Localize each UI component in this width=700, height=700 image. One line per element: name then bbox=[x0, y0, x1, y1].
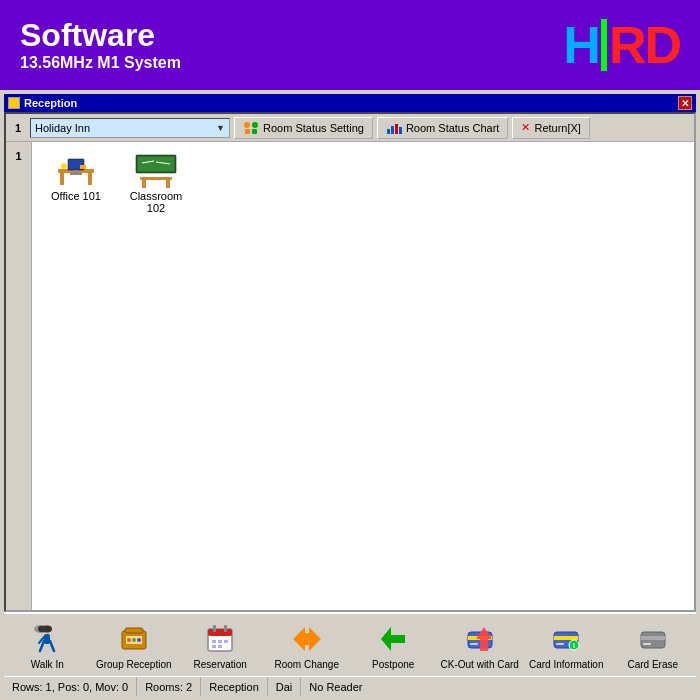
svg-rect-22 bbox=[166, 180, 170, 188]
svg-point-34 bbox=[132, 638, 136, 642]
main-toolbar: 1 Holiday Inn ▼ Room Status Setting bbox=[6, 114, 694, 142]
svg-rect-3 bbox=[252, 129, 257, 134]
postpone-button[interactable]: Postpone bbox=[353, 621, 433, 670]
room-status-chart-button[interactable]: Room Status Chart bbox=[377, 117, 509, 139]
walk-in-icon bbox=[29, 621, 65, 657]
room-classroom-icon bbox=[132, 150, 180, 190]
room-office-icon bbox=[52, 150, 100, 190]
card-erase-icon bbox=[635, 621, 671, 657]
floor-sidebar: 1 bbox=[6, 142, 32, 610]
svg-point-1 bbox=[252, 122, 258, 128]
return-button[interactable]: ✕ Return[X] bbox=[512, 117, 589, 139]
card-erase-button[interactable]: Card Erase bbox=[613, 621, 693, 670]
walk-in-label: Walk In bbox=[31, 659, 64, 670]
svg-point-15 bbox=[61, 163, 67, 169]
svg-rect-52 bbox=[556, 643, 564, 645]
svg-rect-12 bbox=[74, 170, 78, 173]
hrd-d-letter: D bbox=[644, 15, 680, 75]
svg-rect-40 bbox=[212, 640, 216, 643]
ckout-button[interactable]: CK-Out with Card bbox=[440, 621, 520, 670]
svg-rect-6 bbox=[395, 124, 398, 134]
ckout-icon bbox=[462, 621, 498, 657]
svg-rect-13 bbox=[70, 173, 82, 175]
postpone-label: Postpone bbox=[372, 659, 414, 670]
header-branding: Software 13.56MHz M1 System bbox=[20, 18, 181, 71]
room-label: Classroom 102 bbox=[120, 190, 192, 214]
status-user: Dai bbox=[268, 677, 302, 696]
return-label: Return[X] bbox=[534, 122, 580, 134]
floor-number: 1 bbox=[15, 150, 21, 162]
svg-point-35 bbox=[137, 638, 141, 642]
status-rooms: Rooms: 2 bbox=[137, 677, 201, 696]
room-item[interactable]: Office 101 bbox=[40, 150, 112, 214]
x-icon: ✕ bbox=[521, 121, 530, 134]
main-area: Reception ✕ 1 Holiday Inn ▼ Room Status … bbox=[0, 90, 700, 700]
svg-rect-2 bbox=[245, 129, 250, 134]
room-grid: Office 101 bbox=[32, 142, 694, 610]
app-header: Software 13.56MHz M1 System H R D bbox=[0, 0, 700, 90]
reservation-button[interactable]: Reservation bbox=[180, 621, 260, 670]
window-close-button[interactable]: ✕ bbox=[678, 96, 692, 110]
group-reception-icon bbox=[116, 621, 152, 657]
room-status-setting-button[interactable]: Room Status Setting bbox=[234, 117, 373, 139]
room-status-setting-icon bbox=[243, 121, 259, 135]
postpone-icon bbox=[375, 621, 411, 657]
svg-rect-29 bbox=[38, 626, 52, 632]
svg-rect-5 bbox=[391, 126, 394, 134]
svg-rect-44 bbox=[218, 645, 222, 648]
svg-rect-57 bbox=[643, 643, 651, 645]
svg-marker-45 bbox=[293, 627, 321, 651]
svg-rect-42 bbox=[224, 640, 228, 643]
room-status-chart-label: Room Status Chart bbox=[406, 122, 500, 134]
window-icon bbox=[8, 97, 20, 109]
window-content: 1 Holiday Inn ▼ Room Status Setting bbox=[4, 112, 696, 612]
app-subtitle: 13.56MHz M1 System bbox=[20, 54, 181, 72]
svg-line-26 bbox=[50, 641, 54, 651]
room-status-setting-label: Room Status Setting bbox=[263, 122, 364, 134]
svg-rect-43 bbox=[212, 645, 216, 648]
ckout-label: CK-Out with Card bbox=[441, 659, 519, 670]
svg-rect-7 bbox=[399, 127, 402, 134]
room-item[interactable]: Classroom 102 bbox=[120, 150, 192, 214]
chevron-down-icon: ▼ bbox=[216, 123, 225, 133]
svg-rect-49 bbox=[470, 643, 478, 645]
room-label: Office 101 bbox=[51, 190, 101, 202]
reservation-icon bbox=[202, 621, 238, 657]
chart-icon bbox=[386, 121, 402, 135]
room-list-area: 1 bbox=[6, 142, 694, 610]
svg-rect-21 bbox=[142, 180, 146, 188]
hrd-h-letter: H bbox=[563, 15, 599, 75]
svg-rect-39 bbox=[224, 625, 227, 632]
group-reception-button[interactable]: Group Reception bbox=[94, 621, 174, 670]
bottom-toolbar: Walk In Group Reception bbox=[4, 612, 696, 676]
svg-rect-9 bbox=[60, 173, 64, 185]
hotel-dropdown-value: Holiday Inn bbox=[35, 122, 90, 134]
hotel-dropdown[interactable]: Holiday Inn ▼ bbox=[30, 118, 230, 138]
hrd-logo: H R D bbox=[563, 15, 680, 75]
card-erase-label: Card Erase bbox=[627, 659, 678, 670]
walk-in-button[interactable]: Walk In bbox=[7, 621, 87, 670]
svg-rect-20 bbox=[140, 177, 172, 180]
reservation-label: Reservation bbox=[194, 659, 247, 670]
classroom-svg bbox=[132, 151, 180, 189]
svg-rect-31 bbox=[125, 628, 143, 633]
svg-rect-4 bbox=[387, 129, 390, 134]
room-change-label: Room Change bbox=[275, 659, 339, 670]
card-information-button[interactable]: i Card Information bbox=[526, 621, 606, 670]
svg-point-33 bbox=[127, 638, 131, 642]
svg-point-0 bbox=[244, 122, 250, 128]
status-reader: No Reader bbox=[301, 677, 370, 696]
office-svg bbox=[52, 151, 100, 189]
room-change-button[interactable]: Room Change bbox=[267, 621, 347, 670]
room-change-icon bbox=[289, 621, 325, 657]
hrd-bar bbox=[601, 19, 607, 71]
svg-rect-24 bbox=[44, 634, 50, 644]
svg-rect-38 bbox=[213, 625, 216, 632]
status-rows: Rows: 1, Pos: 0, Mov: 0 bbox=[4, 677, 137, 696]
svg-rect-14 bbox=[80, 165, 86, 169]
window-title: Reception bbox=[24, 97, 77, 109]
status-bar: Rows: 1, Pos: 0, Mov: 0 Rooms: 2 Recepti… bbox=[4, 676, 696, 696]
svg-marker-46 bbox=[381, 627, 405, 651]
status-mode: Reception bbox=[201, 677, 268, 696]
svg-text:i: i bbox=[573, 642, 575, 649]
